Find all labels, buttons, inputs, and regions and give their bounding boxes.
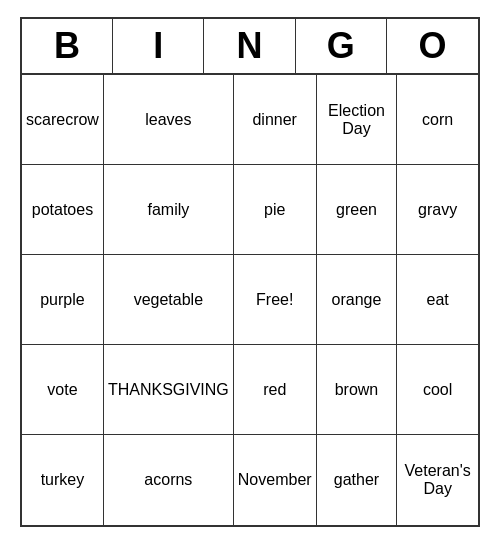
bingo-cell-7: pie: [234, 165, 317, 255]
bingo-cell-15: vote: [22, 345, 104, 435]
cell-text: turkey: [41, 471, 85, 489]
cell-text: pie: [264, 201, 285, 219]
bingo-cell-0: scarecrow: [22, 75, 104, 165]
bingo-grid: scarecrowleavesdinnerElection Daycornpot…: [22, 75, 478, 525]
bingo-cell-3: Election Day: [317, 75, 398, 165]
cell-text: vegetable: [134, 291, 203, 309]
bingo-header: BINGO: [22, 19, 478, 75]
bingo-cell-1: leaves: [104, 75, 234, 165]
header-letter: G: [296, 19, 387, 73]
bingo-cell-8: green: [317, 165, 398, 255]
cell-text: corn: [422, 111, 453, 129]
cell-text: scarecrow: [26, 111, 99, 129]
bingo-cell-11: vegetable: [104, 255, 234, 345]
cell-text: green: [336, 201, 377, 219]
bingo-cell-12: Free!: [234, 255, 317, 345]
bingo-cell-20: turkey: [22, 435, 104, 525]
cell-text: THANKSGIVING: [108, 381, 229, 399]
cell-text: cool: [423, 381, 452, 399]
bingo-cell-21: acorns: [104, 435, 234, 525]
bingo-cell-10: purple: [22, 255, 104, 345]
bingo-cell-18: brown: [317, 345, 398, 435]
cell-text: acorns: [144, 471, 192, 489]
header-letter: O: [387, 19, 478, 73]
cell-text: orange: [332, 291, 382, 309]
cell-text: family: [147, 201, 189, 219]
bingo-cell-4: corn: [397, 75, 478, 165]
bingo-cell-5: potatoes: [22, 165, 104, 255]
cell-text: red: [263, 381, 286, 399]
cell-text: Election Day: [321, 102, 393, 137]
cell-text: leaves: [145, 111, 191, 129]
bingo-card: BINGO scarecrowleavesdinnerElection Dayc…: [20, 17, 480, 527]
bingo-cell-14: eat: [397, 255, 478, 345]
cell-text: gravy: [418, 201, 457, 219]
header-letter: B: [22, 19, 113, 73]
bingo-cell-13: orange: [317, 255, 398, 345]
bingo-cell-24: Veteran's Day: [397, 435, 478, 525]
header-letter: I: [113, 19, 204, 73]
cell-text: brown: [335, 381, 379, 399]
bingo-cell-22: November: [234, 435, 317, 525]
cell-text: vote: [47, 381, 77, 399]
bingo-cell-17: red: [234, 345, 317, 435]
cell-text: potatoes: [32, 201, 93, 219]
bingo-cell-16: THANKSGIVING: [104, 345, 234, 435]
header-letter: N: [204, 19, 295, 73]
cell-text: purple: [40, 291, 84, 309]
bingo-cell-19: cool: [397, 345, 478, 435]
bingo-cell-2: dinner: [234, 75, 317, 165]
cell-text: gather: [334, 471, 379, 489]
bingo-cell-23: gather: [317, 435, 398, 525]
bingo-cell-9: gravy: [397, 165, 478, 255]
cell-text: Veteran's Day: [401, 462, 474, 497]
cell-text: eat: [427, 291, 449, 309]
cell-text: November: [238, 471, 312, 489]
bingo-cell-6: family: [104, 165, 234, 255]
cell-text: dinner: [252, 111, 296, 129]
cell-text: Free!: [256, 291, 293, 309]
